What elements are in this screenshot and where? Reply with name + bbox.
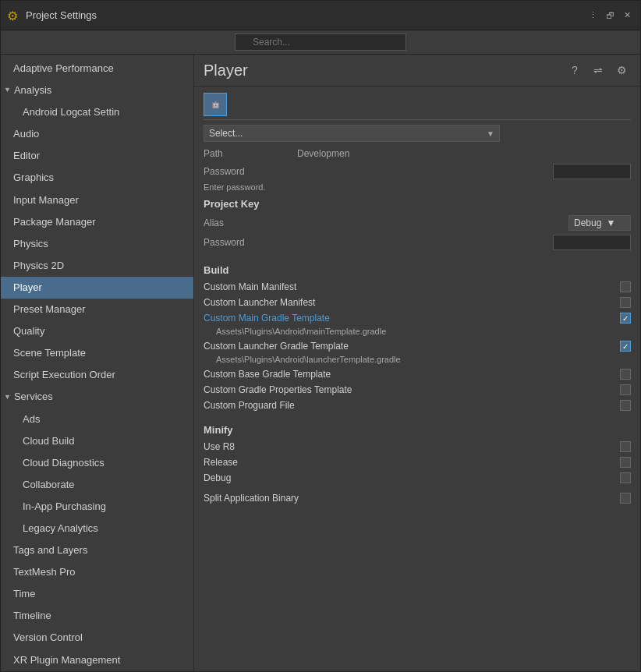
search-bar: 🔍: [1, 30, 640, 55]
content-area: Player ? ⇌ ⚙ 🤖 Select... ▼: [194, 55, 640, 671]
release-label: Release: [204, 457, 238, 468]
path-row: Path Developmen: [204, 147, 631, 161]
select-arrow-icon: ▼: [487, 129, 494, 138]
custom-launcher-manifest-checkbox[interactable]: [620, 297, 631, 308]
path-value: Developmen: [297, 148, 349, 159]
sidebar-item-legacy-analytics[interactable]: Legacy Analytics: [1, 518, 193, 539]
triangle-down-icon: ▼: [4, 84, 11, 96]
sidebar-item-ads[interactable]: Ads: [1, 409, 193, 430]
window-title: Project Settings: [26, 9, 586, 21]
sidebar-item-player[interactable]: Player: [1, 277, 193, 299]
sidebar-item-android-logcat[interactable]: Android Logcat Settin: [1, 101, 193, 123]
custom-launcher-manifest-label: Custom Launcher Manifest: [204, 297, 315, 308]
split-app-binary-row: Split Application Binary: [204, 490, 631, 506]
sidebar-item-package-manager[interactable]: Package Manager: [1, 211, 193, 233]
layout-icon[interactable]: ⇌: [589, 61, 607, 80]
project-settings-window: ⚙ Project Settings ⋮ 🗗 ✕ 🔍 Adaptive Perf…: [0, 0, 641, 672]
search-input[interactable]: [235, 34, 406, 51]
more-options-button[interactable]: ⋮: [586, 9, 600, 23]
sidebar-item-tags-and-layers[interactable]: Tags and Layers: [1, 539, 193, 561]
sidebar-item-cloud-build[interactable]: Cloud Build: [1, 430, 193, 452]
titlebar: ⚙ Project Settings ⋮ 🗗 ✕: [1, 1, 640, 30]
use-r8-label: Use R8: [204, 441, 235, 452]
sidebar-item-physics-2d[interactable]: Physics 2D: [1, 255, 193, 277]
custom-main-manifest-row: Custom Main Manifest: [204, 279, 631, 295]
sidebar-item-audio[interactable]: Audio: [1, 123, 193, 145]
close-button[interactable]: ✕: [620, 9, 634, 23]
build-header: Build: [204, 264, 631, 276]
sidebar-item-quality[interactable]: Quality: [1, 320, 193, 342]
split-app-binary-label: Split Application Binary: [204, 493, 299, 504]
alias-row: Alias Debug ▼: [204, 213, 631, 233]
platform-tab-android[interactable]: 🤖: [204, 93, 227, 116]
main-gradle-path: Assets\Plugins\Android\mainTemplate.grad…: [204, 326, 631, 338]
release-row: Release: [204, 454, 631, 470]
custom-launcher-gradle-row: Custom Launcher Gradle Template: [204, 338, 631, 354]
sidebar-item-textmesh-pro[interactable]: TextMesh Pro: [1, 561, 193, 583]
project-key-header: Project Key: [204, 198, 631, 210]
debug-checkbox[interactable]: [620, 472, 631, 483]
content-scroll[interactable]: 🤖 Select... ▼ Path Developmen Password: [194, 87, 640, 671]
sidebar-item-cloud-diagnostics[interactable]: Cloud Diagnostics: [1, 452, 193, 474]
sidebar-item-input-manager[interactable]: Input Manager: [1, 189, 193, 211]
project-key-password-label: Password: [204, 237, 297, 248]
custom-proguard-checkbox[interactable]: [620, 400, 631, 411]
custom-gradle-properties-label: Custom Gradle Properties Template: [204, 384, 352, 395]
project-key-password-row: Password: [204, 233, 631, 252]
sidebar-item-time[interactable]: Time: [1, 583, 193, 605]
sidebar-item-script-execution-order[interactable]: Script Execution Order: [1, 364, 193, 386]
triangle-down-icon-services: ▼: [4, 391, 11, 403]
platform-tabs: 🤖: [204, 93, 631, 120]
release-checkbox[interactable]: [620, 457, 631, 468]
debug-label: Debug: [204, 472, 231, 483]
sidebar-item-timeline[interactable]: Timeline: [1, 605, 193, 627]
enter-password-hint: Enter password.: [204, 182, 631, 192]
alias-dropdown-arrow-icon: ▼: [606, 218, 615, 228]
split-app-binary-checkbox[interactable]: [620, 493, 631, 504]
sidebar-item-scene-template[interactable]: Scene Template: [1, 342, 193, 364]
maximize-button[interactable]: 🗗: [603, 9, 617, 23]
custom-base-gradle-row: Custom Base Gradle Template: [204, 366, 631, 382]
custom-main-manifest-checkbox[interactable]: [620, 281, 631, 292]
alias-dropdown[interactable]: Debug ▼: [568, 215, 631, 231]
sidebar: Adaptive Performance ▼ Analysis Android …: [1, 55, 194, 671]
sidebar-item-graphics[interactable]: Graphics: [1, 167, 193, 189]
use-r8-checkbox[interactable]: [620, 441, 631, 452]
custom-base-gradle-label: Custom Base Gradle Template: [204, 369, 331, 380]
sidebar-item-analysis[interactable]: ▼ Analysis: [1, 80, 193, 101]
sidebar-item-editor[interactable]: Editor: [1, 145, 193, 167]
header-icons: ? ⇌ ⚙: [565, 61, 631, 80]
project-key-password-input[interactable]: [553, 235, 631, 250]
sidebar-item-physics[interactable]: Physics: [1, 233, 193, 255]
help-icon[interactable]: ?: [565, 61, 584, 80]
sidebar-item-xr-plugin-management[interactable]: XR Plugin Management: [1, 649, 193, 671]
sidebar-item-adaptive-performance[interactable]: Adaptive Performance: [1, 58, 193, 80]
custom-gradle-properties-checkbox[interactable]: [620, 384, 631, 395]
settings-icon[interactable]: ⚙: [612, 61, 631, 80]
path-label: Path: [204, 148, 297, 159]
custom-base-gradle-checkbox[interactable]: [620, 369, 631, 380]
page-title: Player: [204, 62, 565, 80]
password-row: Password: [204, 162, 631, 181]
custom-gradle-properties-row: Custom Gradle Properties Template: [204, 382, 631, 398]
content-header: Player ? ⇌ ⚙: [194, 55, 640, 87]
password-input[interactable]: [553, 164, 631, 179]
alias-label: Alias: [204, 218, 297, 228]
titlebar-controls: ⋮ 🗗 ✕: [586, 9, 634, 23]
debug-row: Debug: [204, 470, 631, 486]
keystore-select[interactable]: Select... ▼: [204, 125, 500, 142]
custom-main-gradle-label[interactable]: Custom Main Gradle Template: [204, 313, 330, 324]
custom-main-gradle-checkbox[interactable]: [620, 313, 631, 324]
launcher-gradle-path: Assets\Plugins\Android\launcherTemplate.…: [204, 354, 631, 366]
sidebar-item-version-control[interactable]: Version Control: [1, 627, 193, 649]
sidebar-item-preset-manager[interactable]: Preset Manager: [1, 299, 193, 320]
sidebar-item-in-app-purchasing[interactable]: In-App Purchasing: [1, 496, 193, 518]
app-icon: ⚙: [7, 9, 21, 23]
minify-header: Minify: [204, 424, 631, 436]
custom-main-gradle-row: Custom Main Gradle Template: [204, 310, 631, 326]
password-label: Password: [204, 166, 297, 177]
custom-main-manifest-label: Custom Main Manifest: [204, 281, 296, 292]
sidebar-item-services[interactable]: ▼ Services: [1, 386, 193, 408]
sidebar-item-collaborate[interactable]: Collaborate: [1, 474, 193, 496]
custom-launcher-gradle-checkbox[interactable]: [620, 341, 631, 352]
